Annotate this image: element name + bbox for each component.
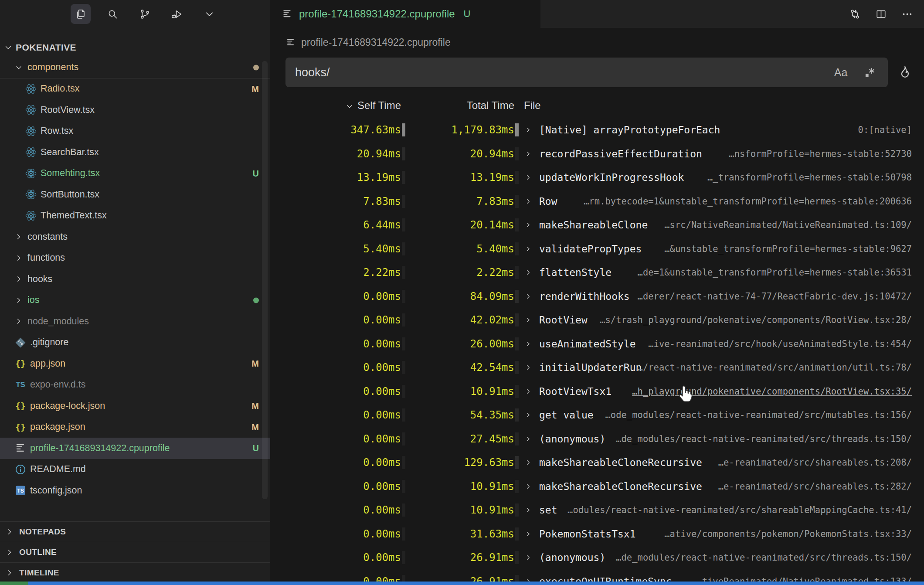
tree-item-searchbar-tsx[interactable]: SearchBar.tsx xyxy=(0,142,270,163)
tree-item-profile-1741689314922-cpuprofile[interactable]: profile-1741689314922.cpuprofileU xyxy=(0,438,270,459)
expand-chevron-icon[interactable] xyxy=(524,126,532,134)
profile-filter-input[interactable]: hooks/ Aa xyxy=(285,58,888,87)
profile-row[interactable]: 5.40ms5.40msvalidatePropTypes…&unstable_… xyxy=(270,237,924,261)
more-actions-button[interactable] xyxy=(900,7,914,21)
file-location-link[interactable]: …_transformProfile=hermes-stable:50798 xyxy=(707,172,912,183)
profile-row[interactable]: 0.00ms10.91msRootViewTsx1…h_playground/p… xyxy=(270,380,924,404)
compare-changes-button[interactable] xyxy=(847,7,862,21)
section-timeline[interactable]: TIMELINE xyxy=(0,562,270,583)
tree-item-sortbutton-tsx[interactable]: SortButton.tsx xyxy=(0,184,270,205)
expand-chevron-icon[interactable] xyxy=(524,269,532,276)
tree-item-package-json[interactable]: {}package.jsonM xyxy=(0,417,270,438)
file-location-link[interactable]: …tiveReanimated/NativeReanimated.ts:133/ xyxy=(696,576,912,582)
activity-chevron-down-button[interactable] xyxy=(200,4,220,24)
expand-chevron-icon[interactable] xyxy=(524,292,532,300)
tree-item-hooks[interactable]: hooks xyxy=(0,269,270,290)
match-case-toggle[interactable]: Aa xyxy=(832,64,849,81)
activity-search-button[interactable] xyxy=(103,4,123,24)
expand-chevron-icon[interactable] xyxy=(524,483,532,490)
section-outline[interactable]: OUTLINE xyxy=(0,542,270,562)
breadcrumb[interactable]: profile-1741689314922.cpuprofile xyxy=(270,28,924,57)
expand-chevron-icon[interactable] xyxy=(524,506,532,514)
expand-chevron-icon[interactable] xyxy=(524,316,532,324)
tree-item--gitignore[interactable]: .gitignore xyxy=(0,332,270,354)
profile-row[interactable]: 0.00ms54.35msget value…ode_modules/react… xyxy=(270,403,924,427)
file-location-link[interactable]: …&unstable_transformProfile=hermes-stabl… xyxy=(664,244,912,254)
expand-chevron-icon[interactable] xyxy=(524,245,532,253)
profile-row[interactable]: 6.44ms20.14msmakeShareableClone…src/Nati… xyxy=(270,213,924,237)
file-location-link[interactable]: …derer/react-native-74-77/ReactFabric-de… xyxy=(638,291,912,302)
file-location-link[interactable]: …ive-reanimated/src/hook/useAnimatedStyl… xyxy=(648,339,912,349)
column-header-total-time[interactable]: Total Time xyxy=(467,99,514,112)
file-location-link[interactable]: …odules/react-native-reanimated/src/shar… xyxy=(567,505,912,515)
expand-chevron-icon[interactable] xyxy=(524,388,532,395)
profile-row[interactable]: 0.00ms26.91ms(anonymous)…de_modules/reac… xyxy=(270,546,924,570)
expand-chevron-icon[interactable] xyxy=(524,530,532,538)
activity-run-debug-button[interactable] xyxy=(167,4,187,24)
split-editor-button[interactable] xyxy=(873,7,888,21)
expand-chevron-icon[interactable] xyxy=(524,221,532,229)
tree-item-node-modules[interactable]: node_modules xyxy=(0,311,270,332)
profile-row[interactable]: 0.00ms42.54msinitialUpdaterRun…/react-na… xyxy=(270,356,924,380)
tree-item-themedtext-tsx[interactable]: ThemedText.tsx xyxy=(0,205,270,227)
tree-item-constants[interactable]: constants xyxy=(0,226,270,248)
profile-row[interactable]: 0.00ms10.91msmakeShareableCloneRecursive… xyxy=(270,475,924,499)
column-header-self-time[interactable]: Self Time xyxy=(345,99,401,112)
file-location-link[interactable]: …rm.bytecode=1&unstable_transformProfile… xyxy=(584,196,912,207)
activity-source-control-button[interactable] xyxy=(135,4,155,24)
sidebar-scrollbar[interactable] xyxy=(262,61,268,499)
flame-graph-button[interactable] xyxy=(893,61,916,84)
expand-chevron-icon[interactable] xyxy=(524,459,532,466)
file-location-link[interactable]: …de_modules/react-native-reanimated/src/… xyxy=(616,434,912,444)
profile-row[interactable]: 0.00ms42.02msRootView…s/trash_playground… xyxy=(270,308,924,332)
regex-toggle[interactable] xyxy=(861,64,878,81)
profile-row[interactable]: 0.00ms84.09msrenderWithHooks…derer/react… xyxy=(270,285,924,309)
tree-item-tsconfig-json[interactable]: TStsconfig.json xyxy=(0,480,270,501)
file-location-link[interactable]: …ode_modules/react-native-reanimated/src… xyxy=(605,410,912,420)
expand-chevron-icon[interactable] xyxy=(524,197,532,205)
file-location-link[interactable]: …s/trash_playground/pokenative/component… xyxy=(600,315,912,325)
column-header-file[interactable]: File xyxy=(524,99,541,112)
expand-chevron-icon[interactable] xyxy=(524,554,532,561)
tree-item-functions[interactable]: functions xyxy=(0,248,270,269)
file-location-link[interactable]: …h_playground/pokenative/components/Root… xyxy=(632,386,912,397)
profile-row[interactable]: 7.83ms7.83msRow…rm.bytecode=1&unstable_t… xyxy=(270,190,924,214)
activity-files-button[interactable] xyxy=(71,4,91,24)
expand-chevron-icon[interactable] xyxy=(524,364,532,371)
file-location-link[interactable]: …src/NativeReanimated/NativeReanimated.t… xyxy=(664,220,912,230)
profile-row[interactable]: 0.00ms10.91msset…odules/react-native-rea… xyxy=(270,498,924,522)
tree-item-radio-tsx[interactable]: Radio.tsxM xyxy=(0,78,270,100)
file-location-link[interactable]: …e-reanimated/src/shareables.ts:208/ xyxy=(718,457,912,468)
section-notepads[interactable]: NOTEPADS xyxy=(0,521,270,542)
expand-chevron-icon[interactable] xyxy=(524,435,532,443)
file-location-link[interactable]: …/react-native-reanimated/src/animation/… xyxy=(638,362,912,373)
expand-chevron-icon[interactable] xyxy=(524,150,532,158)
profile-row[interactable]: 347.63ms1,179.83ms[Native] arrayPrototyp… xyxy=(270,118,924,142)
explorer-project-header[interactable]: POKENATIVE xyxy=(0,37,270,57)
file-location-link[interactable]: …e-reanimated/src/shareables.ts:282/ xyxy=(718,481,912,492)
profile-row[interactable]: 0.00ms26.91msexecuteOnUIRuntimeSync…tive… xyxy=(270,570,924,582)
tree-item-ios[interactable]: ios xyxy=(0,290,270,311)
expand-chevron-icon[interactable] xyxy=(524,578,532,582)
tree-item-package-lock-json[interactable]: {}package-lock.jsonM xyxy=(0,395,270,417)
tree-item-readme-md[interactable]: README.md xyxy=(0,459,270,480)
profile-row[interactable]: 0.00ms31.63msPokemonStatsTsx1…ative/comp… xyxy=(270,522,924,546)
tree-item-row-tsx[interactable]: Row.tsx xyxy=(0,121,270,142)
expand-chevron-icon[interactable] xyxy=(524,340,532,348)
tab-cpuprofile[interactable]: profile-1741689314922.cpuprofile U xyxy=(270,0,540,28)
expand-chevron-icon[interactable] xyxy=(524,173,532,181)
profile-row[interactable]: 0.00ms27.45ms(anonymous)…de_modules/reac… xyxy=(270,427,924,451)
file-location-link[interactable]: …nsformProfile=hermes-stable:52730 xyxy=(729,149,912,159)
profile-row[interactable]: 0.00ms26.00msuseAnimatedStyle…ive-reanim… xyxy=(270,332,924,356)
expand-chevron-icon[interactable] xyxy=(524,411,532,419)
tree-item-expo-env-d-ts[interactable]: TSexpo-env.d.ts xyxy=(0,374,270,396)
file-location-link[interactable]: …de_modules/react-native-reanimated/src/… xyxy=(616,552,912,563)
profile-row[interactable]: 2.22ms2.22msflattenStyle…de=1&unstable_t… xyxy=(270,261,924,285)
file-location-link[interactable]: …de=1&unstable_transformProfile=hermes-s… xyxy=(638,267,912,278)
tree-item-components[interactable]: components xyxy=(0,57,270,78)
file-location-link[interactable]: …ative/components/pokemon/PokemonStats.t… xyxy=(664,529,912,539)
profile-row[interactable]: 20.94ms20.94msrecordPassiveEffectDuratio… xyxy=(270,142,924,166)
profile-row[interactable]: 0.00ms129.63msmakeShareableCloneRecursiv… xyxy=(270,451,924,475)
profile-row[interactable]: 13.19ms13.19msupdateWorkInProgressHook…_… xyxy=(270,166,924,190)
file-location-link[interactable]: 0:[native] xyxy=(858,125,912,135)
